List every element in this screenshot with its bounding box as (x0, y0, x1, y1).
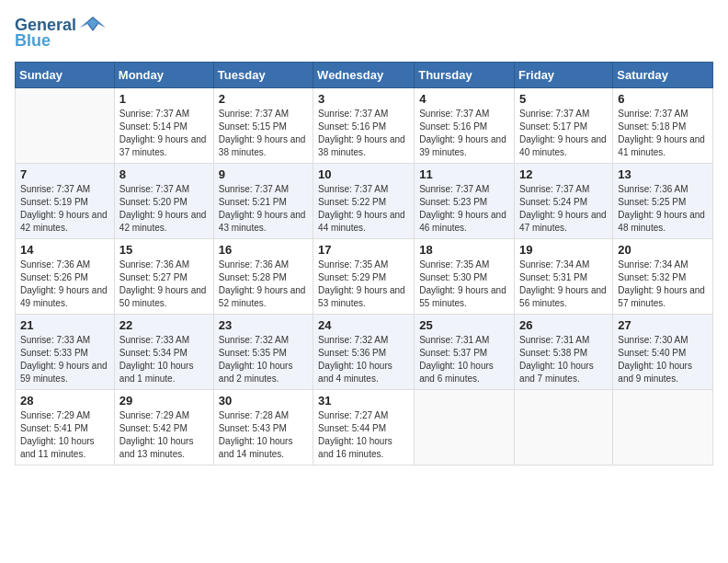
cell-sun-info: Sunrise: 7:31 AMSunset: 5:38 PMDaylight:… (519, 334, 608, 385)
logo-blue-text: Blue (15, 31, 51, 51)
day-number: 9 (219, 167, 308, 181)
day-number: 30 (219, 394, 308, 408)
day-number: 28 (20, 394, 109, 408)
day-number: 12 (519, 167, 608, 181)
day-number: 5 (519, 92, 608, 106)
calendar-cell (515, 390, 613, 465)
day-header-saturday: Saturday (613, 63, 713, 88)
day-number: 14 (20, 243, 109, 257)
cell-sun-info: Sunrise: 7:35 AMSunset: 5:30 PMDaylight:… (419, 259, 509, 310)
cell-sun-info: Sunrise: 7:29 AMSunset: 5:41 PMDaylight:… (20, 409, 109, 461)
cell-sun-info: Sunrise: 7:30 AMSunset: 5:40 PMDaylight:… (618, 334, 708, 385)
calendar-cell: 29Sunrise: 7:29 AMSunset: 5:42 PMDayligh… (114, 390, 213, 465)
cell-sun-info: Sunrise: 7:36 AMSunset: 5:25 PMDaylight:… (618, 183, 708, 235)
cell-sun-info: Sunrise: 7:37 AMSunset: 5:23 PMDaylight:… (419, 183, 509, 235)
calendar-cell: 10Sunrise: 7:37 AMSunset: 5:22 PMDayligh… (313, 164, 415, 239)
day-number: 26 (519, 318, 608, 332)
day-header-friday: Friday (515, 63, 613, 88)
calendar-cell: 20Sunrise: 7:34 AMSunset: 5:32 PMDayligh… (613, 239, 713, 315)
calendar-cell: 9Sunrise: 7:37 AMSunset: 5:21 PMDaylight… (213, 164, 313, 239)
calendar-cell (415, 390, 515, 465)
cell-sun-info: Sunrise: 7:32 AMSunset: 5:36 PMDaylight:… (318, 334, 409, 385)
calendar-cell: 23Sunrise: 7:32 AMSunset: 5:35 PMDayligh… (213, 315, 313, 390)
calendar-cell: 16Sunrise: 7:36 AMSunset: 5:28 PMDayligh… (213, 239, 313, 315)
cell-sun-info: Sunrise: 7:37 AMSunset: 5:24 PMDaylight:… (519, 183, 608, 235)
calendar-cell: 5Sunrise: 7:37 AMSunset: 5:17 PMDaylight… (515, 88, 613, 164)
calendar-cell: 12Sunrise: 7:37 AMSunset: 5:24 PMDayligh… (515, 164, 613, 239)
cell-sun-info: Sunrise: 7:27 AMSunset: 5:44 PMDaylight:… (318, 409, 409, 461)
cell-sun-info: Sunrise: 7:32 AMSunset: 5:35 PMDaylight:… (219, 334, 308, 385)
day-number: 19 (519, 243, 608, 257)
day-number: 27 (618, 318, 708, 332)
day-header-wednesday: Wednesday (313, 63, 415, 88)
cell-sun-info: Sunrise: 7:37 AMSunset: 5:14 PMDaylight:… (119, 108, 209, 159)
cell-sun-info: Sunrise: 7:37 AMSunset: 5:21 PMDaylight:… (219, 183, 308, 235)
calendar-cell: 14Sunrise: 7:36 AMSunset: 5:26 PMDayligh… (16, 239, 115, 315)
day-number: 21 (20, 318, 109, 332)
calendar-cell: 18Sunrise: 7:35 AMSunset: 5:30 PMDayligh… (415, 239, 515, 315)
calendar-cell: 30Sunrise: 7:28 AMSunset: 5:43 PMDayligh… (213, 390, 313, 465)
calendar-week-row: 7Sunrise: 7:37 AMSunset: 5:19 PMDaylight… (16, 164, 713, 239)
cell-sun-info: Sunrise: 7:37 AMSunset: 5:16 PMDaylight:… (419, 108, 509, 159)
day-number: 17 (318, 243, 409, 257)
calendar-cell: 27Sunrise: 7:30 AMSunset: 5:40 PMDayligh… (613, 315, 713, 390)
header: General Blue (15, 15, 713, 51)
calendar-cell: 21Sunrise: 7:33 AMSunset: 5:33 PMDayligh… (16, 315, 115, 390)
calendar-cell: 13Sunrise: 7:36 AMSunset: 5:25 PMDayligh… (613, 164, 713, 239)
cell-sun-info: Sunrise: 7:37 AMSunset: 5:19 PMDaylight:… (20, 183, 109, 235)
day-number: 15 (119, 243, 209, 257)
calendar-table: SundayMondayTuesdayWednesdayThursdayFrid… (15, 62, 713, 465)
logo-bird-icon (80, 15, 106, 35)
cell-sun-info: Sunrise: 7:37 AMSunset: 5:17 PMDaylight:… (519, 108, 608, 159)
day-number: 11 (419, 167, 509, 181)
cell-sun-info: Sunrise: 7:33 AMSunset: 5:33 PMDaylight:… (20, 334, 109, 385)
calendar-week-row: 21Sunrise: 7:33 AMSunset: 5:33 PMDayligh… (16, 315, 713, 390)
calendar-week-row: 14Sunrise: 7:36 AMSunset: 5:26 PMDayligh… (16, 239, 713, 315)
cell-sun-info: Sunrise: 7:37 AMSunset: 5:15 PMDaylight:… (219, 108, 308, 159)
day-number: 29 (119, 394, 209, 408)
day-number: 2 (219, 92, 308, 106)
day-number: 10 (318, 167, 409, 181)
day-number: 16 (219, 243, 308, 257)
calendar-cell: 26Sunrise: 7:31 AMSunset: 5:38 PMDayligh… (515, 315, 613, 390)
cell-sun-info: Sunrise: 7:33 AMSunset: 5:34 PMDaylight:… (119, 334, 209, 385)
day-number: 1 (119, 92, 209, 106)
cell-sun-info: Sunrise: 7:37 AMSunset: 5:16 PMDaylight:… (318, 108, 409, 159)
calendar-cell: 4Sunrise: 7:37 AMSunset: 5:16 PMDaylight… (415, 88, 515, 164)
calendar-cell: 31Sunrise: 7:27 AMSunset: 5:44 PMDayligh… (313, 390, 415, 465)
day-header-thursday: Thursday (415, 63, 515, 88)
day-number: 20 (618, 243, 708, 257)
day-number: 18 (419, 243, 509, 257)
cell-sun-info: Sunrise: 7:36 AMSunset: 5:28 PMDaylight:… (219, 259, 308, 310)
day-number: 25 (419, 318, 509, 332)
calendar-cell: 7Sunrise: 7:37 AMSunset: 5:19 PMDaylight… (16, 164, 115, 239)
day-number: 22 (119, 318, 209, 332)
calendar-cell: 8Sunrise: 7:37 AMSunset: 5:20 PMDaylight… (114, 164, 213, 239)
day-number: 7 (20, 167, 109, 181)
calendar-header-row: SundayMondayTuesdayWednesdayThursdayFrid… (16, 63, 713, 88)
calendar-cell: 3Sunrise: 7:37 AMSunset: 5:16 PMDaylight… (313, 88, 415, 164)
calendar-cell: 6Sunrise: 7:37 AMSunset: 5:18 PMDaylight… (613, 88, 713, 164)
calendar-cell: 1Sunrise: 7:37 AMSunset: 5:14 PMDaylight… (114, 88, 213, 164)
day-number: 8 (119, 167, 209, 181)
cell-sun-info: Sunrise: 7:31 AMSunset: 5:37 PMDaylight:… (419, 334, 509, 385)
calendar-cell: 17Sunrise: 7:35 AMSunset: 5:29 PMDayligh… (313, 239, 415, 315)
calendar-cell: 15Sunrise: 7:36 AMSunset: 5:27 PMDayligh… (114, 239, 213, 315)
cell-sun-info: Sunrise: 7:37 AMSunset: 5:20 PMDaylight:… (119, 183, 209, 235)
day-number: 3 (318, 92, 409, 106)
day-number: 4 (419, 92, 509, 106)
day-number: 13 (618, 167, 708, 181)
calendar-cell (16, 88, 115, 164)
cell-sun-info: Sunrise: 7:35 AMSunset: 5:29 PMDaylight:… (318, 259, 409, 310)
day-header-monday: Monday (114, 63, 213, 88)
cell-sun-info: Sunrise: 7:28 AMSunset: 5:43 PMDaylight:… (219, 409, 308, 461)
cell-sun-info: Sunrise: 7:37 AMSunset: 5:22 PMDaylight:… (318, 183, 409, 235)
calendar-cell: 25Sunrise: 7:31 AMSunset: 5:37 PMDayligh… (415, 315, 515, 390)
cell-sun-info: Sunrise: 7:36 AMSunset: 5:27 PMDaylight:… (119, 259, 209, 310)
day-number: 23 (219, 318, 308, 332)
cell-sun-info: Sunrise: 7:34 AMSunset: 5:32 PMDaylight:… (618, 259, 708, 310)
day-number: 31 (318, 394, 409, 408)
calendar-cell: 28Sunrise: 7:29 AMSunset: 5:41 PMDayligh… (16, 390, 115, 465)
calendar-cell: 2Sunrise: 7:37 AMSunset: 5:15 PMDaylight… (213, 88, 313, 164)
logo: General Blue (15, 15, 106, 51)
